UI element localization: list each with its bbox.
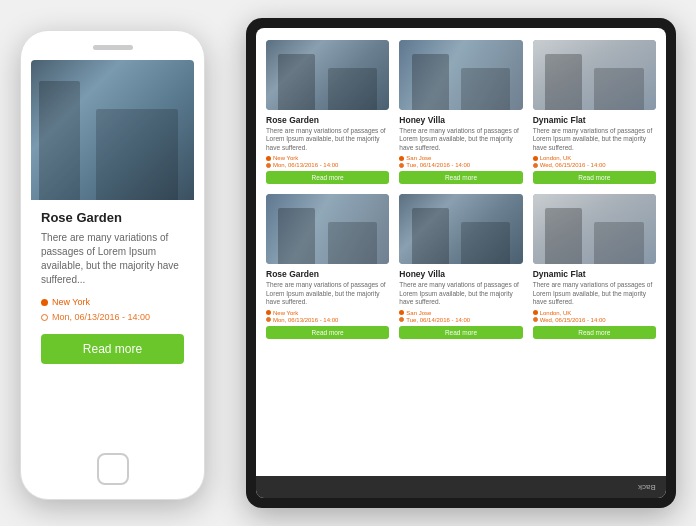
tablet-card-loc-text-4: New York	[273, 310, 298, 316]
clock-icon-2	[399, 163, 404, 168]
tablet-card-title-2: Honey Villa	[399, 115, 522, 125]
phone: Rose Garden There are many variations of…	[20, 30, 205, 500]
building-image-6	[533, 194, 656, 264]
tablet-read-more-btn-4[interactable]: Read more	[266, 326, 389, 339]
tablet-card-date-text-6: Wed, 06/15/2016 - 14:00	[540, 317, 606, 323]
tablet-card-desc-5: There are many variations of passages of…	[399, 281, 522, 306]
tablet-card-loc-text-3: London, UK	[540, 155, 572, 161]
clock-icon-1	[266, 163, 271, 168]
building-image-1	[266, 40, 389, 110]
tablet-card-desc-2: There are many variations of passages of…	[399, 127, 522, 152]
building-image-4	[266, 194, 389, 264]
tablet-back-label: Back	[638, 483, 656, 492]
tablet-card-loc-5: San Jose	[399, 310, 522, 316]
loc-icon-4	[266, 310, 271, 315]
tablet-card-loc-1: New York	[266, 155, 389, 161]
phone-card-img	[31, 60, 194, 200]
tablet-card-img-4	[266, 194, 389, 264]
loc-icon-2	[399, 156, 404, 161]
phone-clock-icon	[41, 314, 48, 321]
phone-home-button[interactable]	[97, 453, 129, 485]
tablet-card-4: Rose Garden There are many variations of…	[266, 194, 389, 338]
tablet-card-3: Dynamic Flat There are many variations o…	[533, 40, 656, 184]
tablet-card-desc-3: There are many variations of passages of…	[533, 127, 656, 152]
tablet-card-date-text-4: Mon, 06/13/2016 - 14:00	[273, 317, 338, 323]
clock-icon-3	[533, 163, 538, 168]
tablet-card-date-text-3: Wed, 06/15/2016 - 14:00	[540, 162, 606, 168]
tablet-card-loc-3: London, UK	[533, 155, 656, 161]
tablet-card-loc-text-6: London, UK	[540, 310, 572, 316]
phone-screen: Rose Garden There are many variations of…	[31, 60, 194, 443]
clock-icon-5	[399, 317, 404, 322]
phone-card-loc-text: New York	[52, 297, 90, 307]
phone-card-body: Rose Garden There are many variations of…	[31, 200, 194, 443]
tablet-card-date-1: Mon, 06/13/2016 - 14:00	[266, 162, 389, 168]
tablet-card-1: Rose Garden There are many variations of…	[266, 40, 389, 184]
tablet-card-date-3: Wed, 06/15/2016 - 14:00	[533, 162, 656, 168]
tablet-card-img-6	[533, 194, 656, 264]
phone-card-desc: There are many variations of passages of…	[41, 231, 184, 287]
tablet-card-date-text-1: Mon, 06/13/2016 - 14:00	[273, 162, 338, 168]
loc-icon-5	[399, 310, 404, 315]
tablet-card-2: Honey Villa There are many variations of…	[399, 40, 522, 184]
phone-card-title: Rose Garden	[41, 210, 184, 225]
tablet-card-title-3: Dynamic Flat	[533, 115, 656, 125]
tablet-card-img-1	[266, 40, 389, 110]
tablet-card-desc-4: There are many variations of passages of…	[266, 281, 389, 306]
tablet-card-date-4: Mon, 06/13/2016 - 14:00	[266, 317, 389, 323]
tablet-card-title-1: Rose Garden	[266, 115, 389, 125]
tablet-card-title-4: Rose Garden	[266, 269, 389, 279]
tablet-card-loc-6: London, UK	[533, 310, 656, 316]
tablet-grid: Rose Garden There are many variations of…	[266, 40, 656, 339]
loc-icon-3	[533, 156, 538, 161]
tablet-card-loc-text-5: San Jose	[406, 310, 431, 316]
phone-speaker	[93, 45, 133, 50]
tablet-read-more-btn-2[interactable]: Read more	[399, 171, 522, 184]
tablet-card-date-6: Wed, 06/15/2016 - 14:00	[533, 317, 656, 323]
tablet-card-6: Dynamic Flat There are many variations o…	[533, 194, 656, 338]
tablet-card-loc-text-1: New York	[273, 155, 298, 161]
building-image-3	[533, 40, 656, 110]
tablet-read-more-btn-3[interactable]: Read more	[533, 171, 656, 184]
clock-icon-4	[266, 317, 271, 322]
tablet-card-img-5	[399, 194, 522, 264]
tablet-content: Rose Garden There are many variations of…	[256, 28, 666, 476]
building-image-5	[399, 194, 522, 264]
phone-card-loc: New York	[41, 297, 184, 307]
tablet-bottom-bar: Back	[256, 476, 666, 498]
tablet-read-more-btn-6[interactable]: Read more	[533, 326, 656, 339]
tablet-card-5: Honey Villa There are many variations of…	[399, 194, 522, 338]
tablet-card-date-text-5: Tue, 06/14/2016 - 14:00	[406, 317, 470, 323]
tablet-card-loc-4: New York	[266, 310, 389, 316]
tablet-card-desc-6: There are many variations of passages of…	[533, 281, 656, 306]
tablet-card-img-2	[399, 40, 522, 110]
tablet-card-date-text-2: Tue, 06/14/2016 - 14:00	[406, 162, 470, 168]
phone-card-date: Mon, 06/13/2016 - 14:00	[41, 312, 184, 322]
tablet-card-img-3	[533, 40, 656, 110]
tablet-read-more-btn-5[interactable]: Read more	[399, 326, 522, 339]
phone-loc-icon	[41, 299, 48, 306]
loc-icon-1	[266, 156, 271, 161]
building-image-2	[399, 40, 522, 110]
phone-read-more-btn[interactable]: Read more	[41, 334, 184, 364]
tablet-card-date-5: Tue, 06/14/2016 - 14:00	[399, 317, 522, 323]
clock-icon-6	[533, 317, 538, 322]
tablet-read-more-btn-1[interactable]: Read more	[266, 171, 389, 184]
tablet-card-date-2: Tue, 06/14/2016 - 14:00	[399, 162, 522, 168]
phone-building-image	[31, 60, 194, 200]
phone-card-date-text: Mon, 06/13/2016 - 14:00	[52, 312, 150, 322]
tablet-card-loc-text-2: San Jose	[406, 155, 431, 161]
tablet-card-desc-1: There are many variations of passages of…	[266, 127, 389, 152]
tablet-card-loc-2: San Jose	[399, 155, 522, 161]
loc-icon-6	[533, 310, 538, 315]
tablet-screen: Rose Garden There are many variations of…	[256, 28, 666, 498]
scene: Rose Garden There are many variations of…	[0, 0, 696, 526]
tablet-card-title-6: Dynamic Flat	[533, 269, 656, 279]
tablet: Rose Garden There are many variations of…	[246, 18, 676, 508]
tablet-card-title-5: Honey Villa	[399, 269, 522, 279]
